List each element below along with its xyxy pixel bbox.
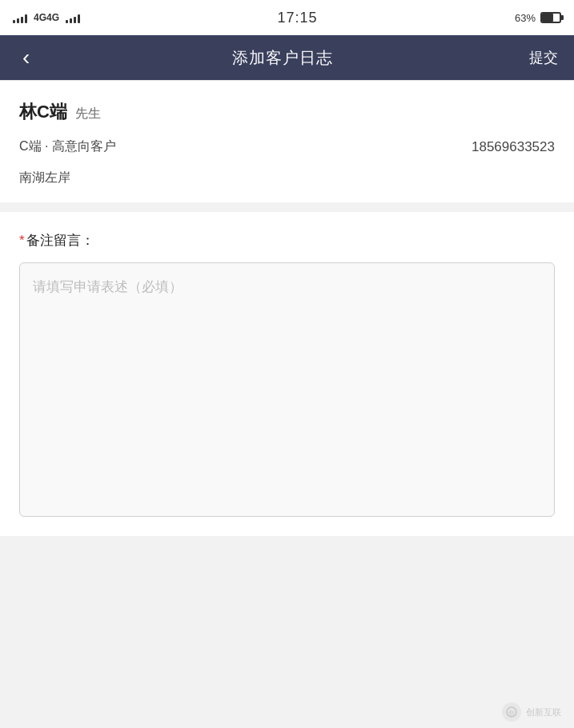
submit-button[interactable]: 提交 — [529, 48, 558, 67]
customer-info-row: C端 · 高意向客户 18569633523 — [19, 138, 555, 155]
customer-address-row: 南湖左岸 — [19, 170, 555, 186]
textarea-wrapper — [19, 262, 555, 517]
back-button[interactable]: ‹ — [16, 43, 36, 72]
status-right: 63% — [515, 12, 561, 24]
customer-name: 林C端 — [19, 100, 67, 124]
page-title: 添加客户日志 — [232, 47, 333, 69]
customer-tag: C端 · 高意向客户 — [19, 138, 116, 155]
svg-text:创: 创 — [508, 710, 515, 717]
section-gap — [0, 202, 574, 212]
customer-title: 先生 — [75, 106, 101, 122]
form-label: *备注留言： — [19, 231, 555, 250]
battery-icon — [540, 12, 561, 23]
required-star: * — [19, 233, 25, 248]
customer-address: 南湖左岸 — [19, 170, 70, 184]
signal-icon-2 — [66, 12, 80, 23]
time-display: 17:15 — [277, 10, 317, 26]
network-label: 4G4G — [34, 12, 59, 23]
logo-icon: 创 — [502, 702, 521, 722]
form-label-text: 备注留言： — [26, 233, 94, 248]
footer-logo: 创 创新互联 — [502, 702, 561, 722]
notes-textarea[interactable] — [33, 276, 541, 500]
signal-icon — [13, 12, 27, 23]
status-bar: 4G4G 17:15 63% — [0, 0, 574, 35]
customer-name-row: 林C端 先生 — [19, 100, 555, 124]
status-left: 4G4G — [13, 12, 80, 23]
customer-phone: 18569633523 — [472, 139, 555, 155]
customer-card: 林C端 先生 C端 · 高意向客户 18569633523 南湖左岸 — [0, 81, 574, 202]
navbar: ‹ 添加客户日志 提交 — [0, 35, 574, 80]
form-section: *备注留言： — [0, 212, 574, 536]
battery-percentage: 63% — [515, 12, 536, 24]
footer-logo-text: 创新互联 — [526, 706, 561, 718]
